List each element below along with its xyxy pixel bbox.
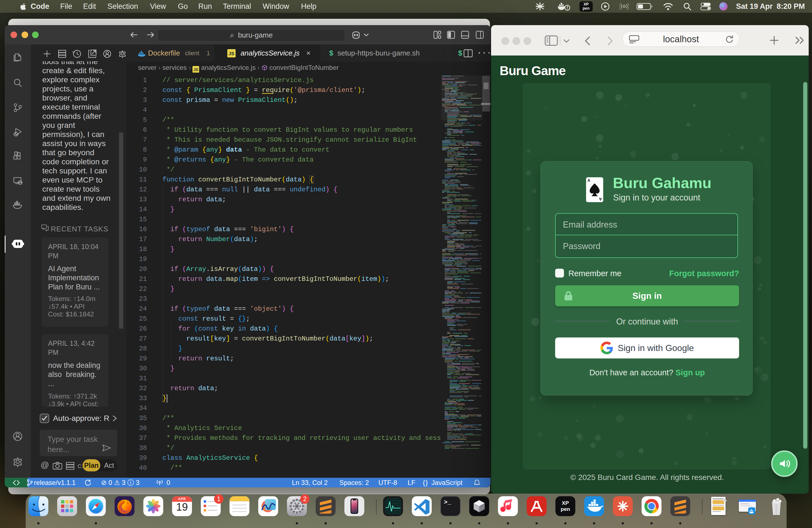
svg-text:A: A — [599, 197, 602, 201]
svg-text:A: A — [588, 178, 590, 182]
